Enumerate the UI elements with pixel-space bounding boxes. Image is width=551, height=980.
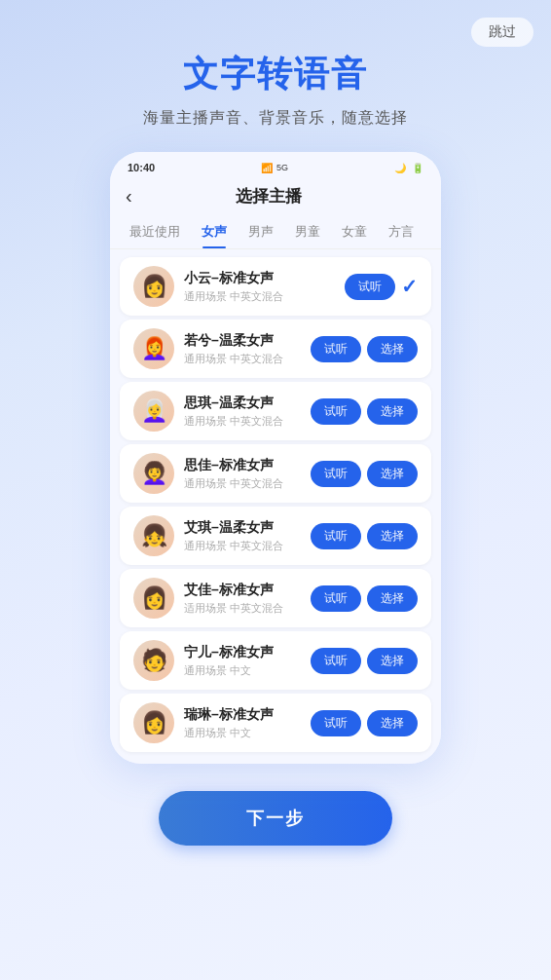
check-icon: ✓ bbox=[401, 275, 418, 298]
voice-name: 艾佳–标准女声 bbox=[184, 582, 311, 599]
voice-item: 👩‍🦰若兮–温柔女声通用场景 中英文混合试听选择 bbox=[120, 320, 431, 378]
voice-item: 👩‍🦳思琪–温柔女声通用场景 中英文混合试听选择 bbox=[120, 382, 431, 440]
listen-button[interactable]: 试听 bbox=[311, 648, 361, 674]
voice-desc: 通用场景 中英文混合 bbox=[184, 289, 345, 304]
status-time: 10:40 bbox=[128, 162, 155, 173]
voice-desc: 通用场景 中英文混合 bbox=[184, 476, 311, 491]
select-button[interactable]: 选择 bbox=[367, 648, 418, 674]
status-bar: 10:40 📶 5G 🌙 🔋 bbox=[110, 152, 441, 179]
voice-name: 小云–标准女声 bbox=[184, 270, 345, 287]
voice-name: 艾琪–温柔女声 bbox=[184, 519, 311, 537]
tab-男声[interactable]: 男声 bbox=[239, 215, 283, 248]
tab-女童[interactable]: 女童 bbox=[332, 215, 377, 248]
voice-info: 思琪–温柔女声通用场景 中英文混合 bbox=[184, 395, 311, 429]
voice-item: 👧艾琪–温柔女声通用场景 中英文混合试听选择 bbox=[120, 507, 431, 565]
signal-text: 5G bbox=[276, 163, 288, 172]
voice-actions: 试听选择 bbox=[311, 710, 418, 736]
voice-info: 宁儿–标准女声通用场景 中文 bbox=[184, 644, 311, 678]
select-button[interactable]: 选择 bbox=[367, 398, 418, 425]
back-button[interactable]: ‹ bbox=[126, 185, 132, 207]
tab-男童[interactable]: 男童 bbox=[285, 215, 330, 248]
main-title: 文字转语音 bbox=[0, 51, 551, 98]
phone-mockup: 10:40 📶 5G 🌙 🔋 ‹ 选择主播 最近使用女声男声男童女童方言 👩小云… bbox=[110, 152, 441, 764]
voice-item: 🧑宁儿–标准女声通用场景 中文试听选择 bbox=[120, 631, 431, 690]
voice-desc: 通用场景 中英文混合 bbox=[184, 352, 311, 366]
voice-actions: 试听选择 bbox=[311, 648, 418, 674]
tab-方言[interactable]: 方言 bbox=[379, 215, 423, 248]
listen-button[interactable]: 试听 bbox=[311, 398, 361, 425]
tab-bar: 最近使用女声男声男童女童方言 bbox=[110, 215, 441, 249]
select-button[interactable]: 选择 bbox=[367, 461, 418, 487]
next-button[interactable]: 下一步 bbox=[159, 791, 392, 846]
select-button[interactable]: 选择 bbox=[367, 585, 418, 612]
voice-item: 👩瑞琳–标准女声通用场景 中文试听选择 bbox=[120, 694, 431, 752]
voice-actions: 试听选择 bbox=[311, 398, 418, 425]
battery-icon: 🔋 bbox=[412, 163, 423, 173]
voice-info: 小云–标准女声通用场景 中英文混合 bbox=[184, 270, 345, 304]
nav-title: 选择主播 bbox=[140, 185, 398, 207]
voice-name: 思琪–温柔女声 bbox=[184, 395, 311, 412]
listen-button[interactable]: 试听 bbox=[311, 336, 361, 362]
tab-女声[interactable]: 女声 bbox=[192, 215, 237, 248]
sub-title: 海量主播声音、背景音乐，随意选择 bbox=[0, 108, 551, 129]
header-section: 文字转语音 海量主播声音、背景音乐，随意选择 bbox=[0, 0, 551, 152]
voice-info: 若兮–温柔女声通用场景 中英文混合 bbox=[184, 332, 311, 366]
voice-info: 艾琪–温柔女声通用场景 中英文混合 bbox=[184, 519, 311, 553]
voice-actions: 试听选择 bbox=[311, 461, 418, 487]
voice-desc: 通用场景 中文 bbox=[184, 663, 311, 678]
avatar: 👩 bbox=[133, 702, 174, 743]
voice-actions: 试听✓ bbox=[345, 274, 418, 300]
listen-button[interactable]: 试听 bbox=[311, 585, 361, 612]
listen-button[interactable]: 试听 bbox=[311, 461, 361, 487]
voice-name: 思佳–标准女声 bbox=[184, 457, 311, 474]
voice-actions: 试听选择 bbox=[311, 336, 418, 362]
tab-最近使用[interactable]: 最近使用 bbox=[120, 215, 190, 248]
voice-desc: 通用场景 中英文混合 bbox=[184, 414, 311, 429]
avatar: 👩‍🦱 bbox=[133, 453, 174, 494]
avatar: 👩‍🦰 bbox=[133, 328, 174, 369]
voice-actions: 试听选择 bbox=[311, 585, 418, 612]
avatar: 👩‍🦳 bbox=[133, 391, 174, 432]
avatar: 🧑 bbox=[133, 640, 174, 681]
voice-desc: 适用场景 中英文混合 bbox=[184, 601, 311, 616]
voice-info: 思佳–标准女声通用场景 中英文混合 bbox=[184, 457, 311, 491]
voice-name: 宁儿–标准女声 bbox=[184, 644, 311, 661]
skip-button[interactable]: 跳过 bbox=[471, 18, 533, 47]
voice-desc: 通用场景 中英文混合 bbox=[184, 539, 311, 553]
listen-button[interactable]: 试听 bbox=[345, 274, 395, 300]
status-right: 🌙 🔋 bbox=[394, 163, 423, 173]
listen-button[interactable]: 试听 bbox=[311, 710, 361, 736]
voice-name: 瑞琳–标准女声 bbox=[184, 706, 311, 724]
voice-item: 👩艾佳–标准女声适用场景 中英文混合试听选择 bbox=[120, 569, 431, 627]
select-button[interactable]: 选择 bbox=[367, 523, 418, 549]
moon-icon: 🌙 bbox=[394, 163, 406, 173]
voice-desc: 通用场景 中文 bbox=[184, 726, 311, 740]
nav-bar: ‹ 选择主播 bbox=[110, 179, 441, 215]
voice-list: 👩小云–标准女声通用场景 中英文混合试听✓👩‍🦰若兮–温柔女声通用场景 中英文混… bbox=[110, 249, 441, 764]
voice-item: 👩小云–标准女声通用场景 中英文混合试听✓ bbox=[120, 257, 431, 316]
avatar: 👧 bbox=[133, 515, 174, 556]
next-section: 下一步 bbox=[0, 764, 551, 861]
avatar: 👩 bbox=[133, 266, 174, 307]
wifi-icon: 📶 bbox=[261, 163, 273, 173]
voice-info: 艾佳–标准女声适用场景 中英文混合 bbox=[184, 582, 311, 616]
voice-actions: 试听选择 bbox=[311, 523, 418, 549]
select-button[interactable]: 选择 bbox=[367, 710, 418, 736]
listen-button[interactable]: 试听 bbox=[311, 523, 361, 549]
voice-item: 👩‍🦱思佳–标准女声通用场景 中英文混合试听选择 bbox=[120, 444, 431, 503]
select-button[interactable]: 选择 bbox=[367, 336, 418, 362]
avatar: 👩 bbox=[133, 578, 174, 619]
voice-info: 瑞琳–标准女声通用场景 中文 bbox=[184, 706, 311, 740]
voice-name: 若兮–温柔女声 bbox=[184, 332, 311, 350]
status-icons: 📶 5G bbox=[261, 163, 288, 173]
